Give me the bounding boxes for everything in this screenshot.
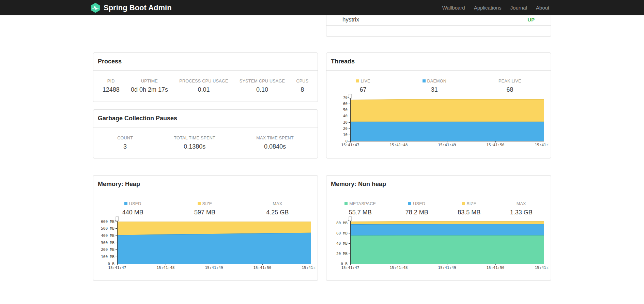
svg-text:15:41:49: 15:41:49: [205, 265, 223, 270]
memory-nonheap-chart: 0 B20 MB40 MB60 MB80 MB15:41:4715:41:481…: [326, 216, 551, 273]
legend-label: DAEMON: [423, 79, 447, 83]
svg-text:70: 70: [343, 95, 348, 100]
nav-link-applications[interactable]: Applications: [470, 5, 506, 11]
svg-text:15:41:47: 15:41:47: [341, 143, 359, 147]
legend-value: 55.7 MB: [344, 209, 376, 216]
chart-svg: 0 B100 MB200 MB300 MB400 MB500 MB600 MB1…: [97, 216, 316, 271]
nav-links: Wallboard Applications Journal About: [438, 5, 554, 11]
stat-cpus: CPUS 8: [296, 79, 308, 93]
stat-label: MAX TIME SPENT: [256, 136, 294, 140]
memory-nonheap-card: Memory: Non heap METASPACE 55.7 MB USED …: [326, 175, 551, 281]
process-card: Process PID 12488 UPTIME 0d 0h 2m 17s PR…: [93, 52, 318, 102]
metaspace-color-swatch: [344, 202, 348, 205]
used-color-swatch: [124, 202, 127, 205]
svg-text:20 MB: 20 MB: [336, 252, 348, 256]
legend-label: MAX: [510, 202, 533, 206]
svg-text:15:41:50: 15:41:50: [254, 265, 272, 270]
memory-heap-card-title: Memory: Heap: [93, 176, 318, 193]
legend-item-size: SIZE 597 MB: [194, 202, 215, 216]
size-color-swatch: [462, 202, 465, 205]
stat-label: COUNT: [117, 136, 133, 140]
stat-value: 0.0840s: [256, 143, 294, 150]
stat-value: 0.10: [240, 86, 285, 93]
legend-label: SIZE: [194, 202, 215, 206]
legend-item-max: MAX 4.25 GB: [266, 202, 289, 216]
gc-card: Garbage Collection Pauses COUNT 3 TOTAL …: [93, 109, 318, 158]
legend-value: 78.2 MB: [405, 209, 428, 216]
stat-value: 0.1380s: [174, 143, 215, 150]
stat-process-cpu: PROCESS CPU USAGE 0.01: [179, 79, 228, 93]
svg-text:40: 40: [343, 114, 348, 118]
legend-item-live: LIVE 67: [356, 79, 370, 93]
legend-value: 31: [423, 86, 447, 93]
legend-item-peak-live: PEAK LIVE 68: [499, 79, 521, 93]
stat-value: 0.01: [179, 86, 228, 93]
nav-link-journal[interactable]: Journal: [506, 5, 532, 11]
stat-gc-total-time: TOTAL TIME SPENT 0.1380s: [174, 136, 215, 150]
daemon-color-swatch: [423, 79, 426, 82]
brand[interactable]: Spring Boot Admin: [90, 3, 172, 13]
svg-text:60: 60: [343, 102, 348, 106]
nav-link-wallboard[interactable]: Wallboard: [438, 5, 470, 11]
svg-text:10: 10: [343, 133, 348, 137]
svg-text:20: 20: [343, 126, 348, 131]
legend-value: 4.25 GB: [266, 209, 289, 216]
legend-item-used: USED 440 MB: [122, 202, 143, 216]
svg-text:15:41:51: 15:41:51: [535, 265, 549, 270]
application-name[interactable]: hystrix: [342, 16, 359, 23]
application-status-badge: UP: [527, 17, 535, 22]
heap-legend: USED 440 MB SIZE 597 MB MAX 4.25 GB: [93, 193, 318, 216]
stat-gc-max-time: MAX TIME SPENT 0.0840s: [256, 136, 294, 150]
gc-card-title: Garbage Collection Pauses: [93, 110, 318, 127]
threads-chart: 01020304050607015:41:4715:41:4815:41:491…: [326, 93, 551, 150]
legend-item-size: SIZE 83.5 MB: [458, 202, 480, 216]
stat-label: PROCESS CPU USAGE: [179, 79, 228, 83]
legend-value: 67: [356, 86, 370, 93]
legend-label: MAX: [266, 202, 289, 206]
main-content: Process PID 12488 UPTIME 0d 0h 2m 17s PR…: [93, 15, 551, 281]
stat-value: 12488: [103, 86, 120, 93]
process-stats: PID 12488 UPTIME 0d 0h 2m 17s PROCESS CP…: [93, 71, 318, 93]
stat-label: CPUS: [296, 79, 308, 83]
threads-card: Threads LIVE 67 DAEMON 31 PEAK LIVE 68: [326, 52, 551, 158]
memory-heap-chart: 0 B100 MB200 MB300 MB400 MB500 MB600 MB1…: [93, 216, 318, 273]
stat-system-cpu: SYSTEM CPU USAGE 0.10: [240, 79, 285, 93]
stat-value: 3: [117, 143, 133, 150]
nav-link-about[interactable]: About: [532, 5, 554, 11]
svg-text:15:41:47: 15:41:47: [341, 265, 359, 270]
chart-svg: 01020304050607015:41:4715:41:4815:41:491…: [331, 93, 549, 149]
stat-label: SYSTEM CPU USAGE: [240, 79, 285, 83]
legend-value: 597 MB: [194, 209, 215, 216]
svg-text:15:41:48: 15:41:48: [390, 265, 408, 270]
stat-uptime: UPTIME 0d 0h 2m 17s: [131, 79, 168, 93]
brand-title: Spring Boot Admin: [104, 3, 172, 12]
legend-label: USED: [405, 202, 428, 206]
live-color-swatch: [356, 79, 359, 82]
legend-value: 1.33 GB: [510, 209, 533, 216]
svg-text:60 MB: 60 MB: [336, 231, 348, 235]
left-column: Process PID 12488 UPTIME 0d 0h 2m 17s PR…: [93, 52, 318, 281]
application-row[interactable]: hystrix UP: [326, 14, 551, 26]
stat-pid: PID 12488: [103, 79, 120, 93]
process-card-title: Process: [93, 53, 318, 71]
svg-text:80 MB: 80 MB: [336, 221, 348, 225]
svg-text:100 MB: 100 MB: [101, 255, 114, 259]
svg-text:15:41:51: 15:41:51: [535, 143, 549, 147]
legend-item-max: MAX 1.33 GB: [510, 202, 533, 216]
svg-text:400 MB: 400 MB: [101, 233, 114, 238]
legend-value: 68: [499, 86, 521, 93]
svg-text:15:41:50: 15:41:50: [487, 265, 505, 270]
navbar-container: Spring Boot Admin Wallboard Applications…: [90, 0, 554, 15]
threads-legend: LIVE 67 DAEMON 31 PEAK LIVE 68: [326, 71, 551, 93]
svg-text:15:41:48: 15:41:48: [390, 143, 408, 147]
svg-text:30: 30: [343, 120, 348, 125]
threads-card-title: Threads: [326, 53, 551, 71]
spring-boot-admin-logo-icon: [90, 3, 101, 13]
navbar: Spring Boot Admin Wallboard Applications…: [0, 0, 644, 15]
legend-value: 440 MB: [122, 209, 143, 216]
svg-text:15:41:49: 15:41:49: [438, 265, 456, 270]
stat-label: TOTAL TIME SPENT: [174, 136, 215, 140]
size-color-swatch: [198, 202, 201, 205]
legend-label: USED: [122, 202, 143, 206]
svg-text:200 MB: 200 MB: [101, 247, 114, 252]
